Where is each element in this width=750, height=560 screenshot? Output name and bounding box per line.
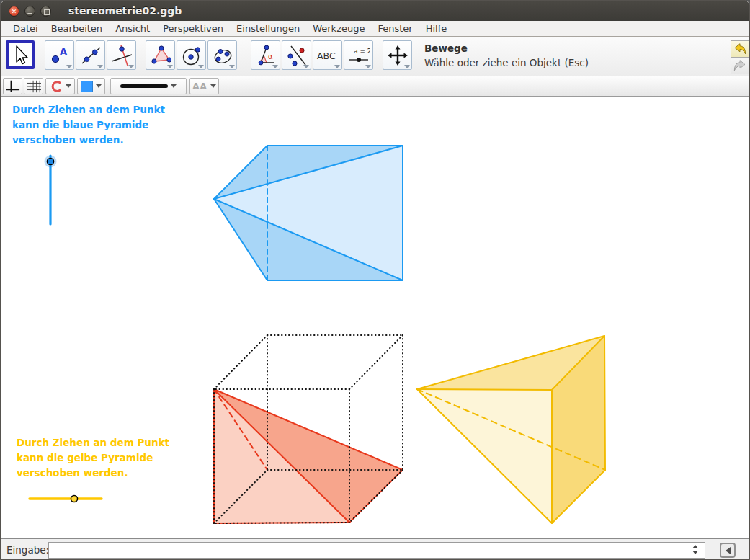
chevron-down-icon[interactable] (128, 65, 134, 68)
text-icon: ABC (316, 45, 340, 66)
tool-help: Bewege Wähle oder ziehe ein Objekt (Esc) (424, 43, 589, 68)
spinner-down-icon[interactable] (692, 551, 698, 554)
line-style-button[interactable] (110, 78, 187, 94)
point-icon: A (49, 45, 71, 66)
chevron-down-icon[interactable] (365, 65, 371, 68)
tool-point-button[interactable]: A (45, 40, 74, 70)
yellow-slider-point[interactable] (71, 495, 77, 502)
tool-reflect-object-button[interactable] (282, 40, 311, 70)
input-history-spinner[interactable] (692, 545, 698, 554)
menu-fenster[interactable]: Fenster (371, 22, 419, 35)
input-help-toggle-button[interactable] (720, 543, 736, 558)
svg-text:A: A (60, 46, 67, 57)
chevron-down-icon[interactable] (229, 65, 235, 68)
toggle-grid-button[interactable] (24, 78, 43, 94)
ellipse-icon (212, 45, 233, 66)
blue-pyramid[interactable] (214, 146, 403, 280)
tool-help-subtitle: Wähle oder ziehe ein Objekt (Esc) (424, 57, 589, 68)
tool-move-graphics-view-button[interactable] (383, 40, 412, 70)
tool-angle-button[interactable]: α (251, 40, 280, 70)
font-size-button[interactable]: AA (189, 78, 219, 94)
chevron-down-icon[interactable] (167, 65, 173, 68)
blue-slider-point[interactable] (47, 158, 53, 164)
grid-icon (26, 79, 42, 94)
line-icon (80, 45, 102, 66)
chevron-down-icon[interactable] (404, 65, 410, 68)
tool-polygon-button[interactable] (146, 40, 175, 70)
spinner-up-icon[interactable] (692, 545, 698, 548)
redo-button[interactable] (731, 57, 749, 74)
toggle-axes-button[interactable] (3, 78, 22, 94)
geogebra-window: stereometrie02.ggb Datei Bearbeiten Ansi… (0, 0, 750, 560)
svg-text:a = 2: a = 2 (354, 48, 370, 55)
chevron-down-icon[interactable] (97, 65, 103, 68)
svg-text:α: α (268, 53, 273, 61)
menu-bearbeiten[interactable]: Bearbeiten (45, 22, 109, 35)
tool-perpendicular-line-button[interactable] (107, 40, 136, 70)
maximize-icon[interactable] (40, 6, 51, 17)
yellow-pyramid[interactable] (417, 336, 605, 523)
toolbar: A (1, 37, 749, 76)
move-cursor-icon (9, 44, 31, 66)
point-capturing-button[interactable] (45, 78, 75, 94)
polygon-icon (150, 45, 171, 66)
input-bar: Eingabe: (1, 538, 749, 560)
tool-help-title: Bewege (424, 43, 589, 54)
tool-slider-button[interactable]: a = 2 (344, 40, 373, 70)
menu-bar: Datei Bearbeiten Ansicht Perspektiven Ei… (1, 21, 749, 37)
red-pyramid[interactable] (214, 389, 403, 523)
style-bar: AA (1, 76, 749, 97)
undo-icon (733, 43, 747, 55)
tool-text-button[interactable]: ABC (313, 40, 342, 70)
menu-werkzeuge[interactable]: Werkzeuge (306, 22, 371, 35)
chevron-down-icon[interactable] (171, 84, 177, 88)
chevron-down-icon[interactable] (210, 84, 216, 88)
yellow-note-text: Durch Ziehen an dem Punkt kann die gelbe… (17, 435, 169, 481)
magnet-icon (50, 80, 63, 93)
circle-icon (181, 45, 202, 66)
move-graphics-view-icon (387, 45, 409, 66)
blue-slider[interactable] (45, 156, 57, 225)
undo-button[interactable] (731, 40, 749, 58)
minimize-icon[interactable] (24, 6, 35, 17)
chevron-down-icon[interactable] (334, 65, 340, 68)
chevron-down-icon[interactable] (272, 65, 278, 68)
reflect-object-icon (286, 45, 308, 66)
chevron-down-icon[interactable] (66, 84, 71, 88)
tool-move-button[interactable] (6, 40, 35, 69)
chevron-down-icon[interactable] (198, 65, 204, 68)
tool-line-button[interactable] (76, 40, 105, 70)
chevron-down-icon[interactable] (96, 84, 102, 88)
algebra-input[interactable] (48, 542, 705, 559)
input-label: Eingabe: (6, 544, 49, 556)
font-size-icon: AA (192, 81, 207, 92)
close-icon[interactable] (9, 6, 19, 17)
angle-icon: α (255, 45, 277, 66)
window-title: stereometrie02.ggb (68, 5, 182, 17)
yellow-slider[interactable] (30, 495, 102, 502)
blue-note-text: Durch Ziehen an dem Punkt kann die blaue… (12, 102, 165, 148)
chevron-down-icon[interactable] (303, 65, 309, 68)
graphics-view[interactable]: Durch Ziehen an dem Punkt kann die blaue… (1, 97, 749, 538)
menu-datei[interactable]: Datei (6, 22, 45, 35)
triangle-left-icon (726, 547, 731, 554)
chevron-down-icon[interactable] (66, 65, 72, 68)
redo-icon (733, 59, 747, 72)
menu-ansicht[interactable]: Ansicht (109, 22, 156, 35)
line-style-icon (120, 84, 168, 88)
slider-icon: a = 2 (347, 45, 370, 66)
perpendicular-line-icon (111, 45, 133, 66)
color-swatch-icon (81, 81, 93, 92)
title-bar: stereometrie02.ggb (1, 1, 749, 21)
menu-hilfe[interactable]: Hilfe (419, 22, 454, 35)
svg-text:ABC: ABC (317, 50, 336, 61)
menu-einstellungen[interactable]: Einstellungen (230, 22, 306, 35)
tool-ellipse-button[interactable] (207, 40, 237, 70)
menu-perspektiven[interactable]: Perspektiven (156, 22, 230, 35)
tool-circle-button[interactable] (177, 40, 206, 70)
color-picker-button[interactable] (77, 78, 105, 94)
axes-icon (5, 79, 21, 94)
